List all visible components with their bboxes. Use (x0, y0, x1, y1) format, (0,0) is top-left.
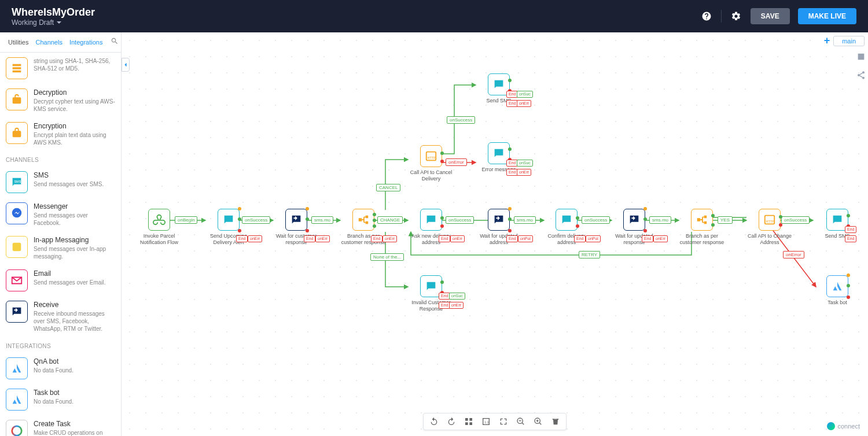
email-icon (6, 269, 28, 291)
item-createtask[interactable]: Create Task Make CRUD operations on Task… (0, 415, 121, 436)
node-change-api[interactable]: HTTP Call API to Change Address (744, 209, 796, 246)
node-wait2[interactable]: Wait for updated address End onPol (473, 209, 525, 246)
createtask-icon (6, 420, 28, 436)
sidebar-search-button[interactable] (106, 32, 122, 52)
item-title: Decryption (34, 88, 115, 97)
http-icon: HTTP (420, 145, 442, 167)
port-end: End (845, 226, 856, 233)
port-onerr: onErr (517, 100, 531, 107)
item-inapp[interactable]: In-app Messaging Send messages over In-a… (0, 231, 121, 265)
port-onpol: onPol (586, 235, 601, 242)
watermark: connect (827, 422, 860, 430)
flow-status[interactable]: Working Draft (12, 19, 95, 27)
node-confirm[interactable]: Confirm delivery address End onPol (540, 209, 593, 246)
item-desc: Send messages over SMS. (34, 180, 104, 188)
node-alert[interactable]: Send Upcoming Delivery Alert End onErr (203, 209, 255, 246)
layout-button[interactable] (464, 417, 473, 426)
item-desc: Make CRUD operations on Task API (34, 429, 115, 436)
zoom-in-button[interactable] (534, 417, 543, 426)
tab-channels[interactable]: Channels (32, 33, 65, 51)
node-taskbot[interactable]: Task bot (811, 275, 863, 306)
svg-text:1:1: 1:1 (484, 420, 488, 424)
item-hash[interactable]: string using SHA-1, SHA-256, SHA-512 or … (0, 53, 121, 84)
fullscreen-button[interactable] (499, 417, 508, 426)
fit-button[interactable]: 1:1 (481, 417, 491, 426)
notes-tool[interactable] (854, 50, 868, 64)
branch-icon (352, 209, 374, 231)
share-tool[interactable] (854, 68, 868, 82)
canvas-toolbar: 1:1 (423, 413, 567, 430)
chevron-down-icon (56, 20, 62, 25)
node-branch2[interactable]: Branch as per customer response (676, 209, 728, 246)
item-title: Receive (34, 301, 115, 309)
node-wait1[interactable]: Wait for customer response End onErr (270, 209, 322, 246)
tab-integrations[interactable]: Integrations (66, 33, 106, 51)
svg-point-4 (862, 71, 865, 73)
node-send-sms-r[interactable]: Send SMS End End (811, 209, 863, 239)
node-wait3[interactable]: Wait for updated response End onErr (608, 209, 660, 246)
receive-icon (285, 209, 307, 231)
http-icon: HTTP (759, 209, 781, 231)
main-tab[interactable]: main (833, 36, 865, 46)
make-live-button[interactable]: MAKE LIVE (798, 8, 856, 24)
receive-icon (6, 301, 28, 323)
svg-rect-14 (704, 221, 707, 224)
hash-icon (6, 57, 28, 79)
item-text: Receive Receive inbound messages over SM… (34, 301, 115, 332)
settings-button[interactable] (730, 10, 742, 23)
item-text: Email Send messages over Email. (34, 269, 106, 291)
port-onsuc: onSuc (517, 91, 533, 98)
taskbot-icon (6, 389, 28, 411)
item-decryption[interactable]: Decryption Decrypt cypher text using AWS… (0, 84, 121, 117)
port-end: End (642, 235, 653, 242)
port-end: End (439, 235, 450, 242)
flow-canvas[interactable]: + main onBe (122, 32, 868, 436)
node-label: Task bot (827, 300, 847, 306)
add-tab-button[interactable]: + (824, 35, 830, 47)
undo-button[interactable] (429, 417, 439, 426)
node-cancel-api[interactable]: HTTP Call API to Cancel Delivery (405, 145, 457, 182)
port-onerr: onErr (315, 235, 330, 242)
sidebar-collapse-handle[interactable] (122, 58, 130, 72)
item-desc: Send messages over Email. (34, 279, 106, 286)
node-invoke[interactable]: Invoke Parcel Notification Flow (133, 209, 185, 246)
svg-text:SMS: SMS (14, 180, 21, 183)
item-qna[interactable]: QnA bot No data Found. (0, 353, 121, 384)
item-messenger[interactable]: Messenger Send messages over Facebook. (0, 198, 121, 231)
divider (721, 10, 722, 23)
tab-utilities[interactable]: Utilities (5, 33, 32, 51)
node-send-sms-top[interactable]: Send SMS End onSuc End onErr (473, 73, 525, 104)
watermark-icon (827, 422, 835, 430)
item-email[interactable]: Email Send messages over Email. (0, 265, 121, 296)
port-onsuc: onSuc (449, 293, 465, 300)
svg-point-6 (862, 77, 865, 79)
unlock-icon (6, 88, 28, 110)
item-receive[interactable]: Receive Receive inbound messages over SM… (0, 296, 121, 337)
item-title: Encryption (34, 122, 115, 130)
node-branch1[interactable]: Branch as per customer response End onEr… (337, 209, 389, 246)
item-sms[interactable]: SMS SMS Send messages over SMS. (0, 167, 121, 198)
node-invalid[interactable]: Invalid Customer Response End onSuc End … (405, 275, 457, 312)
inapp-icon (6, 236, 28, 258)
node-label: Invoke Parcel Notification Flow (133, 233, 185, 246)
item-taskbot[interactable]: Task bot No data Found. (0, 384, 121, 415)
sidebar: Utilities Channels Integrations string u… (0, 32, 122, 436)
delete-button[interactable] (551, 417, 560, 426)
edge-onerror-2: onError (783, 251, 804, 258)
item-encryption[interactable]: Encryption Encrypt plain text data using… (0, 117, 121, 151)
redo-button[interactable] (447, 417, 456, 426)
port-onerr: onErr (517, 169, 531, 176)
node-ask-addr[interactable]: Ask new delivery address End onErr (405, 209, 457, 246)
save-button[interactable]: SAVE (751, 8, 790, 24)
sidebar-tabs: Utilities Channels Integrations (0, 32, 121, 53)
svg-rect-8 (366, 216, 369, 219)
edge-cancel: CANCEL (376, 184, 400, 191)
zoom-out-button[interactable] (516, 417, 525, 426)
node-error-msg[interactable]: Error message End onSuc End onErr (473, 142, 525, 173)
item-desc: Decrypt cypher text using AWS-KMS servic… (34, 98, 115, 113)
item-title: Task bot (34, 389, 73, 397)
svg-rect-19 (465, 422, 468, 425)
messenger-icon (6, 202, 28, 224)
svg-rect-12 (697, 218, 701, 221)
help-button[interactable] (700, 10, 713, 23)
